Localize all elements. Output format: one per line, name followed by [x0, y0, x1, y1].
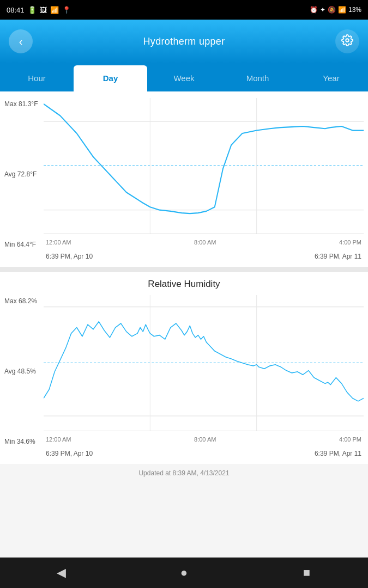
- temp-min-label: Min 64.4°F: [4, 241, 44, 248]
- location-icon: 📍: [62, 6, 71, 14]
- mute-icon: 🔕: [328, 6, 336, 14]
- temp-chart-plot: [44, 98, 364, 234]
- humidity-chart-section: Relative Humidity Max 68.2% Avg 48.5% Mi…: [0, 272, 368, 464]
- bluetooth-icon: ✦: [320, 6, 325, 14]
- temp-x-label-3: 4:00 PM: [339, 239, 361, 246]
- tab-year[interactable]: Year: [294, 65, 368, 91]
- humidity-chart-title: Relative Humidity: [4, 279, 364, 290]
- temp-avg-label: Avg 72.8°F: [4, 170, 44, 178]
- bottom-nav: ◀ ● ■: [0, 558, 368, 588]
- temp-x-label-2: 8:00 AM: [194, 239, 216, 246]
- temp-y-labels: Max 81.3°F Avg 72.8°F Min 64.4°F: [4, 98, 44, 250]
- battery-low-icon: 🔋: [28, 6, 37, 14]
- temp-date-left: 6:39 PM, Apr 10: [46, 253, 93, 260]
- svg-point-0: [346, 39, 349, 42]
- settings-button[interactable]: [335, 29, 359, 53]
- status-left: 08:41 🔋 🖼 📶 📍: [7, 6, 71, 14]
- tab-day-label: Day: [103, 74, 118, 83]
- signal-icon: 📶: [338, 6, 346, 14]
- gear-icon: [341, 34, 353, 49]
- temp-max-label: Max 81.3°F: [4, 100, 44, 108]
- nav-home-button[interactable]: ●: [168, 562, 201, 584]
- temp-date-row: 6:39 PM, Apr 10 6:39 PM, Apr 11: [4, 253, 364, 260]
- status-right: ⏰ ✦ 🔕 📶 13%: [310, 6, 361, 14]
- humidity-x-label-3: 4:00 PM: [339, 436, 361, 443]
- humidity-date-right: 6:39 PM, Apr 11: [315, 450, 361, 457]
- humidity-chart-wrapper: Max 68.2% Avg 48.5% Min 34.6%: [4, 295, 364, 448]
- humidity-date-left: 6:39 PM, Apr 10: [46, 450, 93, 457]
- humidity-date-row: 6:39 PM, Apr 10 6:39 PM, Apr 11: [4, 450, 364, 457]
- updated-text: Updated at 8:39 AM, 4/13/2021: [0, 464, 368, 482]
- temp-x-label-1: 12:00 AM: [46, 239, 71, 246]
- tab-hour-label: Hour: [28, 74, 46, 83]
- tab-month-label: Month: [246, 74, 269, 83]
- wifi-icon: 📶: [50, 6, 59, 14]
- temp-x-labels: 12:00 AM 8:00 AM 4:00 PM: [44, 234, 364, 250]
- temperature-chart-wrapper: Max 81.3°F Avg 72.8°F Min 64.4°F: [4, 98, 364, 250]
- humidity-chart-svg: [44, 295, 364, 431]
- tab-day[interactable]: Day: [74, 65, 147, 91]
- back-button[interactable]: ‹: [9, 29, 33, 53]
- tab-week-label: Week: [173, 74, 194, 83]
- temp-date-right: 6:39 PM, Apr 11: [315, 253, 361, 260]
- tab-bar: Hour Day Week Month Year: [0, 63, 368, 91]
- humidity-min-label: Min 34.6%: [4, 438, 44, 445]
- humidity-x-label-1: 12:00 AM: [46, 436, 71, 443]
- humidity-x-labels: 12:00 AM 8:00 AM 4:00 PM: [44, 431, 364, 448]
- app-container: ‹ Hydrotherm upper Hour Day Week Month Y…: [0, 20, 368, 588]
- temp-chart-svg: [44, 98, 364, 234]
- temperature-chart-section: Max 81.3°F Avg 72.8°F Min 64.4°F: [0, 91, 368, 267]
- nav-home-icon: ●: [180, 566, 188, 580]
- page-title: Hydrotherm upper: [143, 36, 225, 47]
- humidity-y-labels: Max 68.2% Avg 48.5% Min 34.6%: [4, 295, 44, 448]
- time-display: 08:41: [7, 6, 25, 14]
- tab-hour[interactable]: Hour: [0, 65, 74, 91]
- humidity-x-label-2: 8:00 AM: [194, 436, 216, 443]
- nav-back-icon: ◀: [57, 566, 66, 580]
- back-icon: ‹: [19, 35, 23, 48]
- spacer-1: [0, 267, 368, 272]
- tab-week[interactable]: Week: [147, 65, 221, 91]
- humidity-avg-label: Avg 48.5%: [4, 367, 44, 375]
- image-icon: 🖼: [40, 6, 47, 14]
- alarm-icon: ⏰: [310, 6, 318, 14]
- humidity-max-label: Max 68.2%: [4, 297, 44, 305]
- nav-recent-icon: ■: [303, 566, 310, 580]
- nav-back-button[interactable]: ◀: [45, 562, 78, 584]
- nav-recent-button[interactable]: ■: [291, 562, 323, 584]
- scroll-content[interactable]: Max 81.3°F Avg 72.8°F Min 64.4°F: [0, 91, 368, 558]
- header: ‹ Hydrotherm upper: [0, 20, 368, 63]
- status-bar: 08:41 🔋 🖼 📶 📍 ⏰ ✦ 🔕 📶 13%: [0, 0, 368, 20]
- humidity-chart-plot: [44, 295, 364, 431]
- battery-percent: 13%: [348, 6, 361, 14]
- tab-month[interactable]: Month: [221, 65, 294, 91]
- tab-year-label: Year: [323, 74, 339, 83]
